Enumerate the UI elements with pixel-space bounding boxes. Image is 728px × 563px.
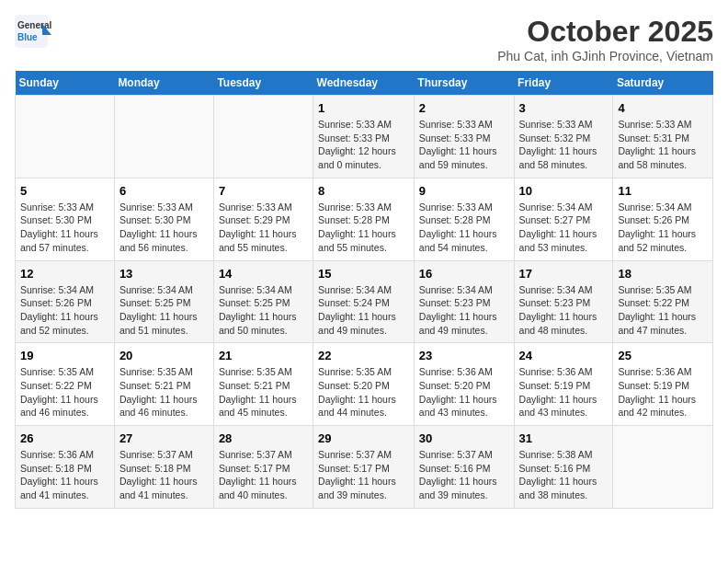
calendar-cell: 17Sunrise: 5:34 AM Sunset: 5:23 PM Dayli…: [514, 260, 613, 343]
cell-info: Sunrise: 5:33 AM Sunset: 5:28 PM Dayligh…: [318, 201, 409, 255]
calendar-cell: 4Sunrise: 5:33 AM Sunset: 5:31 PM Daylig…: [613, 96, 713, 178]
day-header-sunday: Sunday: [16, 71, 115, 96]
calendar-cell: [613, 426, 713, 509]
cell-info: Sunrise: 5:36 AM Sunset: 5:19 PM Dayligh…: [618, 365, 708, 419]
cell-info: Sunrise: 5:34 AM Sunset: 5:24 PM Dayligh…: [318, 283, 409, 338]
day-number: 8: [318, 184, 409, 198]
cell-info: Sunrise: 5:33 AM Sunset: 5:32 PM Dayligh…: [519, 118, 609, 172]
cell-info: Sunrise: 5:33 AM Sunset: 5:29 PM Dayligh…: [219, 201, 308, 255]
day-number: 31: [519, 431, 609, 445]
days-header-row: SundayMondayTuesdayWednesdayThursdayFrid…: [16, 71, 713, 96]
calendar-cell: 14Sunrise: 5:34 AM Sunset: 5:25 PM Dayli…: [213, 260, 313, 343]
day-number: 28: [219, 431, 308, 445]
cell-info: Sunrise: 5:35 AM Sunset: 5:21 PM Dayligh…: [119, 365, 209, 419]
calendar-cell: 7Sunrise: 5:33 AM Sunset: 5:29 PM Daylig…: [213, 178, 313, 260]
calendar-cell: 29Sunrise: 5:37 AM Sunset: 5:17 PM Dayli…: [313, 426, 415, 509]
day-number: 3: [519, 101, 609, 115]
calendar-cell: 22Sunrise: 5:35 AM Sunset: 5:20 PM Dayli…: [313, 343, 415, 426]
cell-info: Sunrise: 5:33 AM Sunset: 5:28 PM Dayligh…: [419, 201, 509, 255]
location-text: Phu Cat, inh GJinh Province, Vietnam: [497, 49, 713, 63]
calendar-cell: 18Sunrise: 5:35 AM Sunset: 5:22 PM Dayli…: [613, 260, 713, 343]
calendar-week-4: 19Sunrise: 5:35 AM Sunset: 5:22 PM Dayli…: [16, 343, 713, 426]
month-title: October 2025: [497, 15, 713, 49]
day-number: 5: [20, 184, 109, 198]
cell-info: Sunrise: 5:37 AM Sunset: 5:18 PM Dayligh…: [119, 448, 209, 502]
day-number: 29: [318, 431, 409, 445]
day-header-wednesday: Wednesday: [313, 71, 415, 96]
day-number: 16: [419, 267, 509, 281]
page-header: General Blue October 2025 Phu Cat, inh G…: [15, 15, 713, 63]
calendar-cell: 26Sunrise: 5:36 AM Sunset: 5:18 PM Dayli…: [16, 426, 115, 509]
day-number: 21: [219, 349, 308, 362]
day-number: 2: [419, 101, 509, 115]
cell-info: Sunrise: 5:36 AM Sunset: 5:18 PM Dayligh…: [20, 448, 109, 502]
cell-info: Sunrise: 5:38 AM Sunset: 5:16 PM Dayligh…: [519, 448, 609, 502]
cell-info: Sunrise: 5:35 AM Sunset: 5:22 PM Dayligh…: [20, 365, 109, 419]
cell-info: Sunrise: 5:34 AM Sunset: 5:27 PM Dayligh…: [519, 201, 609, 255]
cell-info: Sunrise: 5:33 AM Sunset: 5:30 PM Dayligh…: [20, 201, 109, 255]
logo: General Blue: [15, 15, 51, 48]
day-header-monday: Monday: [114, 71, 213, 96]
calendar-cell: 15Sunrise: 5:34 AM Sunset: 5:24 PM Dayli…: [313, 260, 415, 343]
calendar-cell: 12Sunrise: 5:34 AM Sunset: 5:26 PM Dayli…: [16, 260, 115, 343]
cell-info: Sunrise: 5:33 AM Sunset: 5:33 PM Dayligh…: [419, 118, 509, 172]
calendar-week-3: 12Sunrise: 5:34 AM Sunset: 5:26 PM Dayli…: [16, 260, 713, 343]
calendar-cell: 9Sunrise: 5:33 AM Sunset: 5:28 PM Daylig…: [414, 178, 514, 260]
calendar-cell: 30Sunrise: 5:37 AM Sunset: 5:16 PM Dayli…: [414, 426, 514, 509]
day-number: 15: [318, 267, 409, 281]
day-header-thursday: Thursday: [414, 71, 514, 96]
cell-info: Sunrise: 5:37 AM Sunset: 5:16 PM Dayligh…: [419, 448, 509, 502]
calendar-cell: 16Sunrise: 5:34 AM Sunset: 5:23 PM Dayli…: [414, 260, 514, 343]
day-header-tuesday: Tuesday: [213, 71, 313, 96]
cell-info: Sunrise: 5:35 AM Sunset: 5:20 PM Dayligh…: [318, 365, 409, 419]
cell-info: Sunrise: 5:36 AM Sunset: 5:19 PM Dayligh…: [519, 365, 609, 419]
day-number: 17: [519, 267, 609, 281]
calendar-cell: 10Sunrise: 5:34 AM Sunset: 5:27 PM Dayli…: [514, 178, 613, 260]
calendar-cell: 3Sunrise: 5:33 AM Sunset: 5:32 PM Daylig…: [514, 96, 613, 178]
day-number: 1: [318, 101, 409, 115]
day-number: 18: [618, 267, 708, 281]
day-number: 11: [618, 184, 708, 198]
calendar-week-2: 5Sunrise: 5:33 AM Sunset: 5:30 PM Daylig…: [16, 178, 713, 260]
day-number: 27: [119, 431, 209, 445]
day-number: 7: [219, 184, 308, 198]
cell-info: Sunrise: 5:33 AM Sunset: 5:30 PM Dayligh…: [119, 201, 209, 255]
logo-svg: General Blue: [15, 15, 51, 48]
calendar-cell: 31Sunrise: 5:38 AM Sunset: 5:16 PM Dayli…: [514, 426, 613, 509]
calendar-week-1: 1Sunrise: 5:33 AM Sunset: 5:33 PM Daylig…: [16, 96, 713, 178]
cell-info: Sunrise: 5:37 AM Sunset: 5:17 PM Dayligh…: [318, 448, 409, 502]
calendar-cell: 6Sunrise: 5:33 AM Sunset: 5:30 PM Daylig…: [114, 178, 213, 260]
calendar-cell: 27Sunrise: 5:37 AM Sunset: 5:18 PM Dayli…: [114, 426, 213, 509]
calendar-cell: [114, 96, 213, 178]
day-number: 10: [519, 184, 609, 198]
day-number: 9: [419, 184, 509, 198]
calendar-cell: 25Sunrise: 5:36 AM Sunset: 5:19 PM Dayli…: [613, 343, 713, 426]
day-number: 13: [119, 267, 209, 281]
calendar-cell: [213, 96, 313, 178]
cell-info: Sunrise: 5:35 AM Sunset: 5:21 PM Dayligh…: [219, 365, 308, 419]
day-number: 6: [119, 184, 209, 198]
cell-info: Sunrise: 5:37 AM Sunset: 5:17 PM Dayligh…: [219, 448, 308, 502]
calendar-cell: 20Sunrise: 5:35 AM Sunset: 5:21 PM Dayli…: [114, 343, 213, 426]
day-number: 30: [419, 431, 509, 445]
cell-info: Sunrise: 5:34 AM Sunset: 5:26 PM Dayligh…: [20, 283, 109, 338]
cell-info: Sunrise: 5:33 AM Sunset: 5:33 PM Dayligh…: [318, 118, 409, 172]
day-number: 25: [618, 349, 708, 362]
calendar-cell: 21Sunrise: 5:35 AM Sunset: 5:21 PM Dayli…: [213, 343, 313, 426]
day-number: 4: [618, 101, 708, 115]
calendar-week-5: 26Sunrise: 5:36 AM Sunset: 5:18 PM Dayli…: [16, 426, 713, 509]
svg-text:Blue: Blue: [17, 32, 38, 42]
day-header-friday: Friday: [514, 71, 613, 96]
day-number: 22: [318, 349, 409, 362]
calendar-cell: 19Sunrise: 5:35 AM Sunset: 5:22 PM Dayli…: [16, 343, 115, 426]
calendar-cell: 1Sunrise: 5:33 AM Sunset: 5:33 PM Daylig…: [313, 96, 415, 178]
day-number: 26: [20, 431, 109, 445]
cell-info: Sunrise: 5:34 AM Sunset: 5:26 PM Dayligh…: [618, 201, 708, 255]
day-number: 19: [20, 349, 109, 362]
day-header-saturday: Saturday: [613, 71, 713, 96]
calendar-cell: 2Sunrise: 5:33 AM Sunset: 5:33 PM Daylig…: [414, 96, 514, 178]
calendar-cell: 8Sunrise: 5:33 AM Sunset: 5:28 PM Daylig…: [313, 178, 415, 260]
title-block: October 2025 Phu Cat, inh GJinh Province…: [497, 15, 713, 63]
cell-info: Sunrise: 5:34 AM Sunset: 5:23 PM Dayligh…: [419, 283, 509, 338]
cell-info: Sunrise: 5:35 AM Sunset: 5:22 PM Dayligh…: [618, 283, 708, 338]
